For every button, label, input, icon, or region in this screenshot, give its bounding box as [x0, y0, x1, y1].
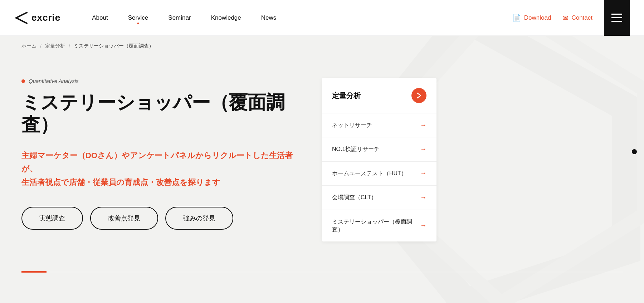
main-content: Quantitative Analysis ミステリーショッパー（覆面調査） 主…: [0, 57, 644, 271]
main-nav: About Service Seminar Knowledge News: [82, 14, 512, 21]
logo-icon: [14, 11, 29, 25]
category-label: Quantitative Analysis: [21, 78, 301, 84]
download-icon: 📄: [512, 14, 521, 22]
sidebar-arrow-button[interactable]: [411, 88, 426, 103]
contact-label: Contact: [571, 14, 592, 21]
subtitle-line-1: 主婦マーケター（DOさん）やアンケートパネルからリクルートした生活者が、: [21, 149, 301, 176]
logo-text: excrie: [31, 12, 60, 23]
hamburger-menu-button[interactable]: [604, 0, 630, 36]
bottom-accent: [0, 271, 644, 287]
page-title: ミステリーショッパー（覆面調査）: [21, 91, 301, 136]
sidebar-item-no1-research-arrow: →: [420, 146, 426, 153]
arrow-right-icon: [416, 92, 422, 99]
logo[interactable]: excrie: [14, 11, 60, 25]
breadcrumb-home[interactable]: ホーム: [21, 43, 36, 49]
tag-button-1[interactable]: 実態調査: [21, 207, 83, 230]
download-label: Download: [524, 14, 551, 21]
breadcrumb-quantitative[interactable]: 定量分析: [45, 43, 65, 49]
hamburger-line-3: [611, 21, 622, 22]
sidebar-item-mystery-shopper[interactable]: ミステリーショッパー（覆面調査） →: [322, 210, 436, 242]
contact-icon: ✉: [562, 14, 569, 22]
accent-line-grey: [47, 272, 623, 272]
nav-about[interactable]: About: [82, 14, 118, 21]
content-left: Quantitative Analysis ミステリーショッパー（覆面調査） 主…: [21, 78, 301, 250]
sidebar-item-net-research-label: ネットリサーチ: [332, 121, 372, 129]
nav-download[interactable]: 📄 Download: [512, 14, 551, 22]
accent-line-red: [21, 271, 47, 273]
nav-right: 📄 Download ✉ Contact: [512, 14, 592, 22]
sidebar-item-mystery-shopper-label: ミステリーショッパー（覆面調査）: [332, 218, 420, 234]
hamburger-line-1: [611, 14, 622, 15]
svg-line-2: [16, 13, 27, 18]
sidebar-item-no1-research-label: NO.1検証リサーチ: [332, 145, 380, 153]
page-subtitle: 主婦マーケター（DOさん）やアンケートパネルからリクルートした生活者が、 生活者…: [21, 149, 301, 189]
tag-buttons: 実態調査 改善点発見 強みの発見: [21, 207, 301, 230]
nav-service[interactable]: Service: [118, 14, 158, 21]
tag-button-3[interactable]: 強みの発見: [165, 207, 233, 230]
sidebar-item-net-research-arrow: →: [420, 122, 426, 129]
sidebar: 定量分析 ネットリサーチ → NO.1検証リサーチ → ホームユーステスト（HU…: [322, 78, 436, 241]
tag-button-2[interactable]: 改善点発見: [90, 207, 158, 230]
sidebar-item-net-research[interactable]: ネットリサーチ →: [322, 113, 436, 137]
header: excrie About Service Seminar Knowledge N…: [0, 0, 644, 36]
svg-line-3: [16, 18, 27, 23]
nav-knowledge[interactable]: Knowledge: [201, 14, 251, 21]
breadcrumb-separator-2: /: [69, 43, 70, 49]
sidebar-title: 定量分析: [332, 91, 361, 101]
breadcrumb-separator-1: /: [40, 43, 42, 49]
hamburger-line-2: [611, 17, 622, 18]
breadcrumb-current: ミステリーショッパー（覆面調査）: [74, 43, 154, 49]
sidebar-item-clt-label: 会場調査（CLT）: [332, 194, 377, 201]
nav-news[interactable]: News: [251, 14, 287, 21]
sidebar-header: 定量分析: [322, 78, 436, 113]
scroll-indicator: [632, 149, 637, 154]
sidebar-item-hut-arrow: →: [420, 170, 426, 177]
sidebar-item-mystery-shopper-arrow: →: [420, 222, 426, 229]
sidebar-item-clt[interactable]: 会場調査（CLT） →: [322, 186, 436, 210]
sidebar-item-hut-label: ホームユーステスト（HUT）: [332, 170, 407, 177]
sidebar-item-clt-arrow: →: [420, 194, 426, 201]
category-text: Quantitative Analysis: [29, 78, 79, 84]
category-dot: [21, 79, 25, 83]
breadcrumb: ホーム / 定量分析 / ミステリーショッパー（覆面調査）: [0, 36, 644, 57]
subtitle-line-2: 生活者視点で店舗・従業員の育成点・改善点を探ります: [21, 176, 301, 189]
sidebar-item-no1-research[interactable]: NO.1検証リサーチ →: [322, 137, 436, 161]
sidebar-item-hut[interactable]: ホームユーステスト（HUT） →: [322, 162, 436, 186]
nav-seminar[interactable]: Seminar: [158, 14, 201, 21]
nav-contact[interactable]: ✉ Contact: [562, 14, 592, 22]
